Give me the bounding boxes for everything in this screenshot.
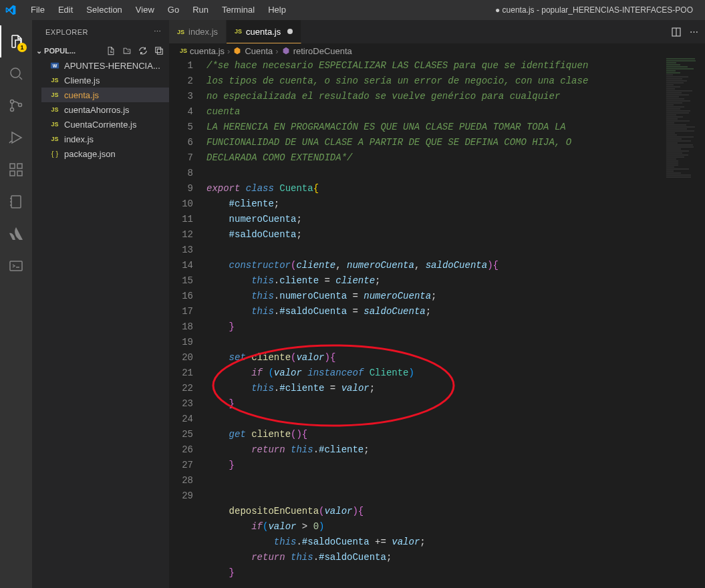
minimap[interactable]: [665, 58, 705, 588]
file-item[interactable]: JS CuentaCorriente.js: [41, 117, 169, 132]
js-icon: JS: [177, 29, 184, 35]
line-gutter: 1234567891011121314151617181920212223242…: [169, 58, 206, 588]
js-icon: JS: [235, 28, 242, 35]
breadcrumb-class[interactable]: Cuenta: [233, 46, 273, 56]
file-name: cuenta.js: [64, 90, 99, 100]
chevron-right-icon: ›: [227, 46, 230, 56]
svg-point-1: [11, 100, 14, 104]
svg-rect-4: [10, 164, 15, 168]
json-icon: { }: [49, 150, 60, 158]
js-icon: JS: [49, 136, 60, 142]
sidebar: EXPLORER ⋯ ⌄ POPUL... W APUNTES-HERENCIA…: [32, 20, 169, 588]
run-debug-icon[interactable]: [0, 122, 32, 154]
vscode-logo-icon: [5, 5, 16, 15]
menu-file[interactable]: File: [24, 0, 51, 20]
svg-point-0: [11, 68, 20, 78]
more-actions-icon[interactable]: ⋯: [690, 27, 698, 37]
js-icon: JS: [49, 92, 60, 98]
activity-bar: 1: [0, 20, 32, 588]
explorer-icon[interactable]: 1: [0, 25, 32, 57]
atlassian-icon[interactable]: [0, 218, 32, 250]
source-control-icon[interactable]: [0, 90, 32, 122]
new-folder-icon[interactable]: [122, 46, 132, 55]
js-icon: JS: [49, 77, 60, 84]
file-item[interactable]: W APUNTES-HERENCIA...: [41, 58, 169, 73]
svg-rect-8: [11, 196, 21, 208]
method-icon: [281, 46, 291, 55]
tab-label: index.js: [188, 27, 218, 37]
breadcrumb-file[interactable]: JS cuenta.js: [180, 46, 225, 56]
js-icon: JS: [49, 121, 60, 128]
editor-area: JS index.js JS cuenta.js ⋯ JS cuenta.js …: [169, 20, 705, 588]
menu-edit[interactable]: Edit: [51, 0, 80, 20]
file-name: cuentaAhorros.js: [64, 105, 130, 115]
file-item[interactable]: JS index.js: [41, 132, 169, 146]
js-icon: JS: [49, 106, 60, 113]
search-icon[interactable]: [0, 57, 32, 90]
tab-label: cuenta.js: [246, 27, 281, 37]
breadcrumbs[interactable]: JS cuenta.js › Cuenta › retiroDeCuenta: [169, 43, 705, 58]
folder-name: POPUL...: [44, 47, 76, 55]
terminal-panel-icon[interactable]: [0, 250, 32, 282]
dirty-indicator-icon: [287, 29, 293, 34]
word-icon: W: [49, 61, 60, 70]
notebook-icon[interactable]: [0, 186, 32, 218]
breadcrumb-method[interactable]: retiroDeCuenta: [281, 46, 352, 56]
code-editor[interactable]: 1234567891011121314151617181920212223242…: [169, 58, 705, 588]
menu-selection[interactable]: Selection: [80, 0, 128, 20]
svg-point-2: [11, 108, 14, 112]
menu-bar: File Edit Selection View Go Run Terminal…: [24, 0, 293, 20]
tab-bar: JS index.js JS cuenta.js ⋯: [169, 20, 705, 43]
class-icon: [233, 46, 242, 55]
explorer-badge: 1: [17, 43, 27, 52]
tab-index[interactable]: JS index.js: [169, 20, 227, 43]
file-item[interactable]: { } package.json: [41, 146, 169, 161]
split-editor-icon[interactable]: [671, 27, 682, 37]
tab-cuenta-active[interactable]: JS cuenta.js: [227, 20, 301, 43]
sidebar-title: EXPLORER: [45, 28, 88, 36]
file-item[interactable]: JS cuentaAhorros.js: [41, 102, 169, 117]
file-name: Cliente.js: [64, 76, 100, 86]
folder-header[interactable]: ⌄ POPUL...: [32, 43, 169, 58]
collapse-icon[interactable]: [154, 46, 164, 55]
svg-point-3: [19, 104, 22, 107]
svg-rect-5: [10, 171, 15, 176]
sidebar-more-icon[interactable]: ⋯: [154, 27, 162, 36]
title-bar: File Edit Selection View Go Run Terminal…: [0, 0, 705, 20]
code-content[interactable]: /*se hace necesario ESPECIALIZAR LAS CLA…: [206, 58, 705, 588]
svg-rect-6: [17, 171, 22, 176]
menu-view[interactable]: View: [129, 0, 161, 20]
menu-run[interactable]: Run: [186, 0, 215, 20]
menu-go[interactable]: Go: [161, 0, 186, 20]
chevron-down-icon: ⌄: [36, 47, 44, 55]
window-title: ● cuenta.js - popular_HERENCIAS-INTERFAC…: [293, 5, 700, 15]
file-item[interactable]: JS Cliente.js: [41, 73, 169, 88]
new-file-icon[interactable]: [106, 46, 116, 55]
file-name: package.json: [64, 149, 116, 159]
sidebar-header: EXPLORER ⋯: [32, 20, 169, 43]
svg-rect-10: [156, 47, 161, 53]
extensions-icon[interactable]: [0, 154, 32, 186]
svg-text:W: W: [53, 63, 57, 68]
file-tree: W APUNTES-HERENCIA... JS Cliente.js JS c…: [32, 58, 169, 161]
menu-help[interactable]: Help: [261, 0, 293, 20]
file-name: APUNTES-HERENCIA...: [64, 61, 160, 71]
chevron-right-icon: ›: [275, 46, 278, 56]
file-name: CuentaCorriente.js: [64, 120, 136, 130]
js-icon: JS: [180, 47, 187, 54]
file-name: index.js: [64, 134, 94, 144]
refresh-icon[interactable]: [138, 46, 148, 55]
file-item-active[interactable]: JS cuenta.js: [41, 88, 169, 102]
menu-terminal[interactable]: Terminal: [215, 0, 261, 20]
svg-rect-9: [10, 261, 22, 271]
svg-rect-7: [17, 164, 22, 168]
